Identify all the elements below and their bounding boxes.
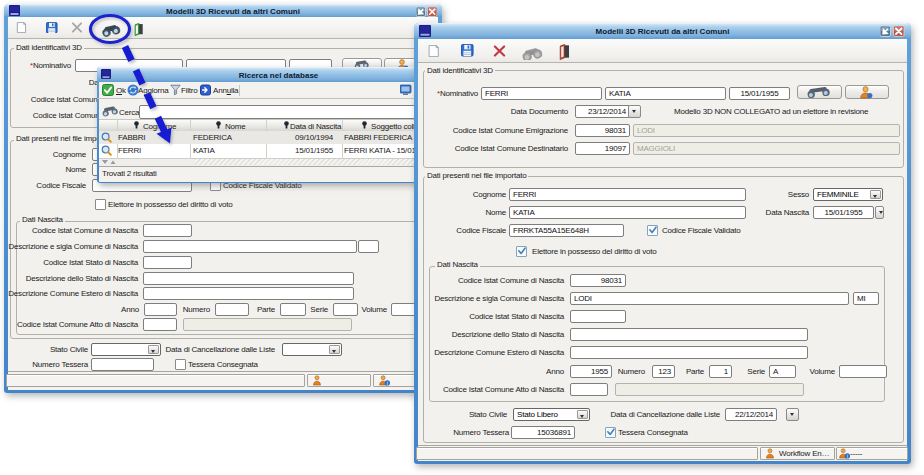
svg-text:i: i	[847, 453, 848, 459]
svg-text:i: i	[387, 380, 388, 386]
